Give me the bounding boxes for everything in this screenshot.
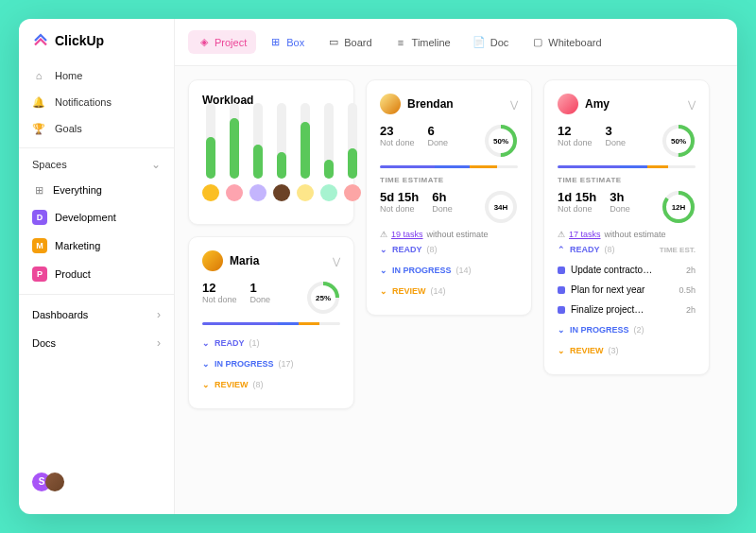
task-name: Finalize project… [571, 304, 680, 315]
group-review[interactable]: ⌄ REVIEW (14) [380, 281, 518, 301]
breadcrumb-project[interactable]: ◈Project [188, 30, 256, 54]
space-badge: D [32, 210, 47, 225]
avatar [380, 94, 401, 114]
view-timeline[interactable]: ≡Timeline [386, 30, 460, 54]
workload-chart [202, 116, 340, 201]
time-not-done: 5d 15h [380, 190, 419, 204]
nav-label: Notifications [55, 96, 112, 108]
workload-bar [344, 103, 361, 201]
topbar: ◈Project ⊞Box ▭Board ≡Timeline 📄Doc ▢Whi… [175, 19, 737, 66]
mini-avatar[interactable] [273, 184, 290, 201]
stat-label: Not done [558, 138, 593, 147]
expand-icon[interactable]: ⋁ [333, 256, 340, 266]
brand-logo[interactable]: ClickUp [19, 32, 174, 62]
person-name: Amy [585, 97, 610, 111]
task-row[interactable]: Update contracto…2h [558, 260, 696, 280]
group-count: (8) [605, 245, 615, 254]
group-in-progress[interactable]: ⌄ IN PROGRESS (17) [202, 353, 340, 374]
view-doc[interactable]: 📄Doc [464, 30, 519, 54]
progress-ring: 25% [306, 281, 340, 315]
nav-home[interactable]: ⌂Home [19, 62, 174, 89]
mini-avatar[interactable] [297, 184, 314, 201]
progress-bar [202, 322, 340, 325]
mini-avatar[interactable] [320, 184, 337, 201]
group-ready[interactable]: ⌄ READY (1) [202, 333, 340, 353]
cube-icon: ◈ [198, 36, 210, 48]
docs-label: Docs [32, 337, 56, 349]
sidebar: ClickUp ⌂Home 🔔Notifications 🏆Goals Spac… [19, 19, 175, 514]
progress-ring: 50% [662, 124, 696, 158]
done-count: 1 [250, 281, 271, 295]
group-in-progress[interactable]: ⌄ IN PROGRESS (14) [380, 260, 518, 281]
space-label: Marketing [55, 240, 100, 251]
view-whiteboard[interactable]: ▢Whiteboard [522, 30, 610, 54]
chevron-right-icon: › [157, 308, 161, 321]
trophy-icon: 🏆 [32, 122, 45, 135]
ring-percent: 50% [484, 124, 518, 158]
task-row[interactable]: Finalize project…2h [558, 300, 696, 319]
doc-icon: 📄 [473, 36, 486, 48]
view-board[interactable]: ▭Board [318, 30, 381, 54]
space-label: Everything [53, 184, 102, 196]
group-label: REVIEW [570, 346, 604, 355]
stat-label: Done [250, 295, 271, 304]
main: ◈Project ⊞Box ▭Board ≡Timeline 📄Doc ▢Whi… [175, 19, 737, 514]
spaces-header[interactable]: Spaces ⌄ [19, 147, 174, 177]
bell-icon: 🔔 [32, 95, 45, 109]
mini-avatar[interactable] [202, 184, 219, 201]
view-label: Box [286, 37, 304, 48]
not-done-count: 12 [558, 124, 593, 138]
expand-icon[interactable]: ⋁ [688, 99, 696, 110]
progress-bar [558, 165, 696, 168]
ring-percent: 25% [306, 281, 340, 315]
mini-avatar[interactable] [226, 184, 243, 201]
task-list: Update contracto…2hPlan for next year0.5… [558, 260, 696, 319]
space-marketing[interactable]: MMarketing [19, 232, 174, 260]
view-box[interactable]: ⊞Box [260, 30, 314, 54]
group-label: REVIEW [392, 286, 426, 296]
ring-percent: 50% [662, 124, 696, 158]
warning-link[interactable]: 19 tasks [391, 230, 423, 239]
task-row[interactable]: Plan for next year0.5h [558, 280, 696, 300]
box-view-icon: ⊞ [269, 36, 282, 48]
warning-link[interactable]: 17 tasks [569, 230, 601, 239]
warning-text: without estimate [605, 230, 666, 239]
group-review[interactable]: ⌄ REVIEW (3) [558, 340, 696, 361]
group-ready[interactable]: ⌄ READY (8) [380, 239, 518, 260]
avatar [202, 250, 223, 271]
done-count: 3 [606, 124, 627, 138]
nav-dashboards[interactable]: Dashboards› [19, 301, 174, 329]
space-development[interactable]: DDevelopment [19, 203, 174, 232]
column-3: Amy ⋁ 12Not done 3Done 50% TIME ESTIMATE… [543, 79, 710, 501]
warning-text: without estimate [427, 230, 489, 239]
warning-icon: ⚠ [558, 230, 565, 239]
space-product[interactable]: PProduct [19, 260, 174, 288]
group-count: (3) [609, 346, 619, 355]
expand-icon[interactable]: ⋁ [510, 99, 518, 110]
mini-avatar[interactable] [249, 184, 266, 201]
person-name: Maria [230, 254, 259, 267]
space-everything[interactable]: ⊞Everything [19, 177, 174, 203]
group-count: (17) [279, 359, 294, 369]
chevron-right-icon: › [157, 336, 161, 350]
stat-label: Done [428, 138, 449, 147]
space-label: Product [55, 268, 91, 280]
home-icon: ⌂ [32, 69, 45, 82]
group-count: (8) [427, 245, 438, 254]
group-in-progress[interactable]: ⌄ IN PROGRESS (2) [558, 319, 696, 340]
group-ready[interactable]: ⌃ READY (8)TIME EST. [558, 239, 696, 260]
group-count: (14) [456, 266, 472, 275]
nav-goals[interactable]: 🏆Goals [19, 115, 174, 142]
not-done-count: 12 [202, 281, 237, 295]
user-avatar[interactable] [45, 473, 64, 491]
project-label: Project [215, 37, 247, 48]
task-name: Update contracto… [571, 265, 680, 275]
nav-notifications[interactable]: 🔔Notifications [19, 89, 174, 115]
task-time: 2h [686, 266, 696, 275]
group-review[interactable]: ⌄ REVIEW (8) [202, 374, 340, 395]
person-card-amy: Amy ⋁ 12Not done 3Done 50% TIME ESTIMATE… [543, 79, 710, 375]
stat-label: Done [610, 204, 630, 214]
progress-ring: 50% [484, 124, 518, 158]
mini-avatar[interactable] [344, 184, 361, 201]
nav-docs[interactable]: Docs› [19, 329, 174, 357]
